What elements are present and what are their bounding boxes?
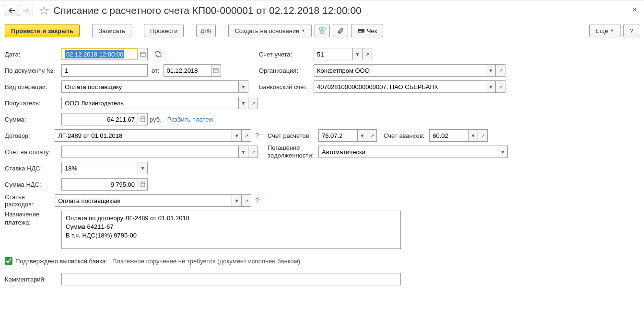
recipient-input[interactable] <box>61 97 239 109</box>
svg-rect-10 <box>141 117 145 122</box>
amount-label: Сумма: <box>5 116 61 123</box>
svg-rect-0 <box>319 28 322 30</box>
confirmed-checkbox[interactable] <box>5 257 12 265</box>
advanceacc-label: Счет авансов: <box>384 132 424 139</box>
svg-rect-12 <box>141 182 145 187</box>
org-input[interactable] <box>314 64 486 77</box>
open-icon[interactable]: ↗ <box>363 48 372 60</box>
account-input[interactable] <box>314 48 353 60</box>
date-label: Дата: <box>5 51 61 58</box>
post-button[interactable]: Провести <box>144 24 184 37</box>
open-icon[interactable]: ↗ <box>367 129 377 142</box>
dropdown-icon[interactable]: ▼ <box>239 146 248 158</box>
dropdown-icon[interactable]: ▼ <box>486 80 496 93</box>
org-label: Организация: <box>259 67 314 74</box>
svg-rect-8 <box>213 68 218 73</box>
comment-input[interactable] <box>61 273 401 285</box>
hint-icon[interactable]: ? <box>255 132 259 139</box>
dropdown-icon[interactable]: ▼ <box>358 129 367 142</box>
debtrepay-label: Погашение задолженности: <box>268 144 318 159</box>
comment-label: Комментарий: <box>5 276 61 283</box>
settleacc-label: Счет расчетов: <box>268 132 318 139</box>
dropdown-icon[interactable]: ▼ <box>232 129 242 142</box>
currency-label: руб. <box>150 116 162 123</box>
confirmed-label: Подтверждено выпиской банка: <box>15 258 107 265</box>
calendar-icon[interactable] <box>211 64 221 77</box>
vatamount-label: Сумма НДС: <box>5 181 61 188</box>
date-input[interactable]: 02.12.2018 12:00:00 <box>61 48 138 60</box>
dropdown-icon[interactable]: ▼ <box>239 80 248 93</box>
svg-rect-3 <box>358 29 364 33</box>
expense-input[interactable] <box>55 194 232 207</box>
amount-input[interactable] <box>61 113 138 125</box>
docno-label: По документу №: <box>5 67 61 74</box>
structure-button[interactable] <box>315 24 330 37</box>
from-label: от: <box>152 67 160 74</box>
open-icon[interactable]: ↗ <box>248 146 258 158</box>
docno-input[interactable] <box>61 64 148 77</box>
svg-rect-2 <box>321 31 323 34</box>
purpose-textarea[interactable] <box>61 211 401 249</box>
open-icon[interactable]: ↗ <box>478 129 488 142</box>
docdate-input[interactable] <box>164 64 211 77</box>
account-label: Счет учета: <box>259 51 314 58</box>
page-title: Списание с расчетного счета КП00-000001 … <box>53 5 362 16</box>
optype-label: Вид операции: <box>5 83 61 90</box>
open-icon[interactable]: ↗ <box>496 80 505 93</box>
bankacc-input[interactable] <box>314 80 486 93</box>
advanceacc-input[interactable] <box>429 129 468 142</box>
calc-icon[interactable] <box>138 178 148 191</box>
invoice-input[interactable] <box>61 146 239 158</box>
open-icon[interactable]: ↗ <box>242 129 251 142</box>
svg-rect-5 <box>359 31 362 32</box>
optype-input[interactable] <box>61 80 239 93</box>
bankacc-label: Банковский счет: <box>259 83 314 90</box>
repost-icon[interactable] <box>154 50 162 58</box>
more-button[interactable]: Еще ▼ <box>589 24 621 37</box>
nav-back-button[interactable] <box>5 5 19 16</box>
split-payment-link[interactable]: Разбить платеж <box>167 116 213 123</box>
expense-label: Статья расходов: <box>5 193 55 208</box>
post-and-close-button[interactable]: Провести и закрыть <box>5 24 80 37</box>
open-icon[interactable]: ↗ <box>242 194 251 207</box>
contract-label: Договор: <box>5 132 55 139</box>
close-icon[interactable]: × <box>632 5 637 15</box>
vatamount-input[interactable] <box>61 178 138 191</box>
dropdown-icon[interactable]: ▼ <box>239 97 248 109</box>
check-button[interactable]: Чек <box>351 24 384 37</box>
attachment-button[interactable] <box>333 24 348 37</box>
dtkt-button[interactable]: ДтКт <box>196 24 216 37</box>
invoice-label: Счет на оплату: <box>5 148 61 156</box>
vatrate-input[interactable] <box>61 162 138 174</box>
open-icon[interactable]: ↗ <box>248 97 258 109</box>
nav-forward-button[interactable] <box>19 5 33 16</box>
svg-rect-6 <box>141 52 145 56</box>
purpose-label: Назначение платежа: <box>5 211 61 227</box>
confirmed-note: Платежное поручение не требуется (докуме… <box>112 258 300 265</box>
favorite-star-icon[interactable] <box>39 5 49 16</box>
create-based-on-button[interactable]: Создать на основании ▼ <box>228 24 311 37</box>
settleacc-input[interactable] <box>318 129 358 142</box>
hint-icon[interactable]: ? <box>255 197 259 204</box>
svg-rect-1 <box>323 28 325 30</box>
dropdown-icon[interactable]: ▼ <box>353 48 363 60</box>
save-button[interactable]: Записать <box>92 24 131 37</box>
dropdown-icon[interactable]: ▼ <box>138 162 148 174</box>
dropdown-icon[interactable]: ▼ <box>486 64 496 77</box>
contract-input[interactable] <box>55 129 232 142</box>
debtrepay-input[interactable] <box>318 146 498 158</box>
dropdown-icon[interactable]: ▼ <box>498 146 508 158</box>
help-button[interactable]: ? <box>623 24 639 37</box>
dropdown-icon[interactable]: ▼ <box>468 129 478 142</box>
recipient-label: Получатель: <box>5 100 61 107</box>
dropdown-icon[interactable]: ▼ <box>232 194 242 207</box>
calc-icon[interactable] <box>138 113 148 125</box>
vatrate-label: Ставка НДС: <box>5 165 61 172</box>
calendar-icon[interactable] <box>138 48 148 60</box>
open-icon[interactable]: ↗ <box>496 64 505 77</box>
svg-rect-4 <box>359 30 363 30</box>
